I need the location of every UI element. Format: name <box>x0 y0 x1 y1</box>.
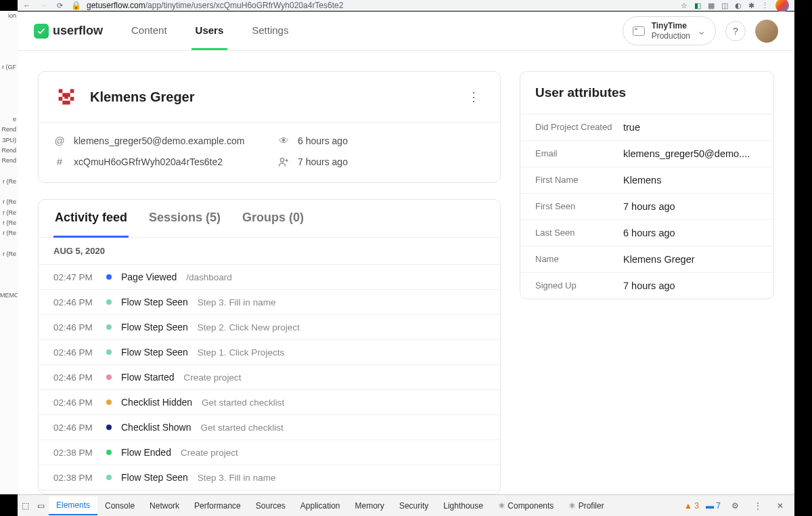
puzzle-icon[interactable]: ✱ <box>748 1 754 10</box>
devtools-tab[interactable]: ⚛ Components <box>491 497 561 515</box>
devtools-tab[interactable]: ⚛ Profiler <box>561 497 611 515</box>
devtools-tab[interactable]: Application <box>293 497 348 515</box>
building-icon <box>633 26 645 36</box>
profile-avatar[interactable] <box>775 0 789 12</box>
nav-tab-users[interactable]: Users <box>191 12 228 50</box>
attr-value: Klemens <box>623 175 759 186</box>
extension-icon[interactable]: ◫ <box>721 1 728 10</box>
extension-icon[interactable]: ◧ <box>694 1 701 10</box>
feed-tabs: Activity feedSessions (5)Groups (0) <box>39 200 500 238</box>
feed-row[interactable]: 02:46 PMChecklist HiddenGet started chec… <box>39 390 500 415</box>
attr-value: 6 hours ago <box>623 228 759 238</box>
event-detail: Create project <box>181 448 238 458</box>
user-card: Klemens Greger ⋮ @ klemens_greger50@demo… <box>38 71 501 183</box>
feed-row[interactable]: 02:46 PMFlow StartedCreate project <box>39 365 500 390</box>
forward-icon[interactable]: → <box>40 1 47 10</box>
attr-row: Emailklemens_greger50@demo.... <box>520 141 773 167</box>
env-name: TinyTime <box>652 21 690 30</box>
event-name: Flow Step Seen <box>121 322 188 332</box>
feed-time: 02:46 PM <box>53 297 97 307</box>
device-icon[interactable]: ▭ <box>33 501 49 511</box>
logo[interactable]: userflow <box>34 24 103 39</box>
more-button[interactable]: ⋮ <box>462 87 485 107</box>
attr-key: Did Project Created <box>535 122 623 133</box>
event-detail: Step 1. Click Projects <box>198 347 284 358</box>
gear-icon[interactable]: ⚙ <box>727 501 743 511</box>
star-icon[interactable]: ☆ <box>681 1 687 10</box>
event-dot <box>106 425 112 430</box>
app: userflow ContentUsersSettings TinyTime P… <box>18 12 794 494</box>
feed-row[interactable]: 02:46 PMFlow Step SeenStep 1. Click Proj… <box>39 340 500 365</box>
logo-icon <box>34 24 49 39</box>
close-icon[interactable]: ✕ <box>773 501 788 511</box>
inspect-icon[interactable]: ⬚ <box>18 501 33 511</box>
url-domain: getuserflow.com <box>87 1 145 10</box>
menu-icon[interactable]: ⋮ <box>761 1 769 10</box>
warnings-badge[interactable]: ▲ 3 <box>684 501 699 511</box>
feed-tab[interactable]: Sessions (5) <box>148 200 222 238</box>
devtools-tab[interactable]: Performance <box>187 497 248 515</box>
event-dot <box>106 324 112 330</box>
logo-text: userflow <box>53 24 103 38</box>
feed-tab[interactable]: Groups (0) <box>241 200 305 238</box>
event-name: Flow Step Seen <box>121 347 188 358</box>
browser-toolbar: ← → ⟳ 🔒 getuserflow.com/app/tinytime/use… <box>18 0 794 11</box>
at-icon: @ <box>53 135 66 146</box>
activity-feed: 02:47 PMPage Viewed/dashboard02:46 PMFlo… <box>39 265 500 494</box>
attr-key: Name <box>535 254 623 265</box>
back-icon[interactable]: ← <box>23 1 30 10</box>
svg-point-9 <box>280 158 284 161</box>
reload-icon[interactable]: ⟳ <box>57 1 63 10</box>
feed-row[interactable]: 02:46 PMFlow Step SeenStep 2. Click New … <box>39 315 500 340</box>
feed-row[interactable]: 02:38 PMFlow Step SeenStep 3. Fill in na… <box>39 465 500 490</box>
devtools-tab[interactable]: Memory <box>348 497 392 515</box>
svg-rect-0 <box>59 89 63 93</box>
user-name: Klemens Greger <box>90 89 195 105</box>
svg-rect-4 <box>59 97 63 101</box>
event-name: Flow Step Seen <box>121 472 188 483</box>
event-detail: Create project <box>184 372 242 383</box>
feed-tab[interactable]: Activity feed <box>53 200 129 238</box>
attr-value: true <box>623 122 759 133</box>
svg-rect-7 <box>66 101 70 105</box>
devtools-tab[interactable]: Lighthouse <box>436 497 491 515</box>
user-signed-up: 7 hours ago <box>277 156 485 167</box>
activity-card: Activity feedSessions (5)Groups (0) AUG … <box>38 199 501 494</box>
feed-row[interactable]: 02:38 PMFlow EndedCreate project <box>39 440 500 465</box>
devtools-tab[interactable]: Elements <box>49 496 97 515</box>
help-button[interactable]: ? <box>725 21 746 41</box>
attr-key: Last Seen <box>535 228 623 238</box>
more-icon[interactable]: ⋮ <box>750 501 766 511</box>
feed-row[interactable]: 02:38 PMFlow Step SeenStep 2. Click New … <box>39 490 500 494</box>
attr-key: First Name <box>535 175 623 186</box>
devtools-tab[interactable]: Network <box>142 497 187 515</box>
event-name: Checklist Shown <box>121 422 191 433</box>
event-dot <box>106 299 112 305</box>
event-detail: Get started checklist <box>201 423 284 433</box>
devtools-tab[interactable]: Sources <box>248 497 293 515</box>
environment-switcher[interactable]: TinyTime Production ⌄ <box>623 16 716 45</box>
nav-tab-settings[interactable]: Settings <box>248 12 292 50</box>
feed-time: 02:47 PM <box>53 272 97 282</box>
hash-icon: # <box>53 156 66 167</box>
feed-time: 02:46 PM <box>53 423 97 433</box>
devtools-tab[interactable]: Security <box>392 497 436 515</box>
nav-tabs: ContentUsersSettings <box>127 12 292 50</box>
extension-icon[interactable]: ▦ <box>708 1 715 10</box>
extension-icon[interactable]: ◐ <box>735 1 742 10</box>
eye-icon: 👁 <box>277 135 290 146</box>
devtools-tab[interactable]: Console <box>97 497 142 515</box>
nav-tab-content[interactable]: Content <box>127 12 171 50</box>
address-bar[interactable]: 🔒 getuserflow.com/app/tinytime/users/xcQ… <box>71 1 673 10</box>
event-name: Flow Step Seen <box>121 297 188 307</box>
user-avatar[interactable] <box>755 20 778 43</box>
messages-badge[interactable]: ▬ 7 <box>706 501 721 511</box>
feed-row[interactable]: 02:46 PMChecklist ShownGet started check… <box>39 415 500 440</box>
feed-row[interactable]: 02:47 PMPage Viewed/dashboard <box>39 265 500 290</box>
feed-time: 02:46 PM <box>53 347 97 358</box>
feed-time: 02:38 PM <box>53 473 97 483</box>
main-content: Klemens Greger ⋮ @ klemens_greger50@demo… <box>18 51 794 494</box>
feed-row[interactable]: 02:46 PMFlow Step SeenStep 3. Fill in na… <box>39 290 500 315</box>
feed-time: 02:46 PM <box>53 322 97 332</box>
event-dot <box>106 374 112 380</box>
